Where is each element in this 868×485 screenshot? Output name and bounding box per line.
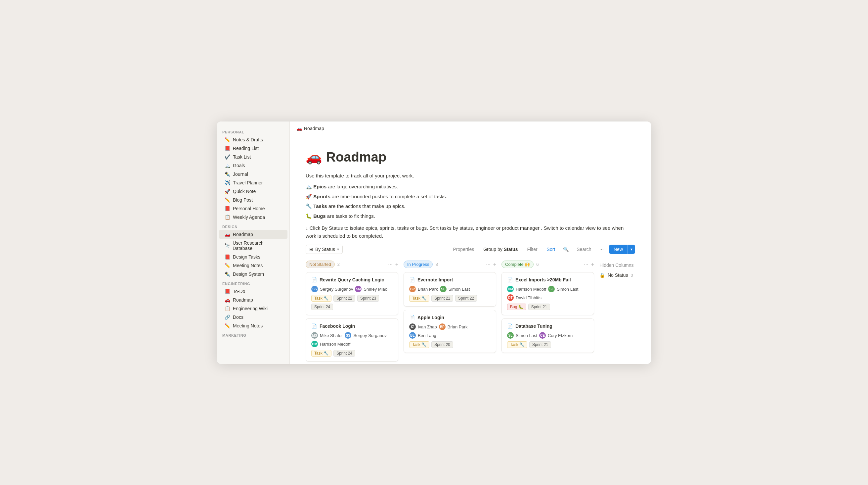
sidebar-item-goals[interactable]: 🏔️Goals — [219, 161, 287, 170]
kanban-card[interactable]: 📄 Excel Imports >20Mb Fail HM Harrison M… — [501, 272, 594, 315]
sidebar-item-user-research-database[interactable]: 🔭User Research Database — [219, 239, 287, 253]
kanban-card[interactable]: 📄 Rewrite Query Caching Logic SS Sergey … — [306, 272, 398, 315]
column-badge-complete: Complete 🙌 — [501, 260, 533, 268]
person-name: Shirley Miao — [364, 287, 388, 292]
more-options-button[interactable]: ··· — [598, 245, 605, 254]
avatar: DT — [507, 294, 514, 301]
sidebar-section-engineering: ENGINEERING — [217, 279, 289, 287]
sidebar-item-label: Quick Note — [233, 189, 256, 194]
column-dots-in-progress[interactable]: ··· — [486, 261, 490, 267]
card-person: BL Ben Lang — [409, 332, 436, 339]
sidebar-item-label: Engineering Wiki — [233, 306, 268, 311]
card-person: BP Brian Park — [409, 286, 438, 292]
sidebar-item-journal[interactable]: ✒️Journal — [219, 170, 287, 178]
sidebar-item-meeting-notes[interactable]: ✏️Meeting Notes — [219, 261, 287, 270]
card-person: SS Sergey Surganov — [311, 286, 353, 292]
person-name: Harrison Medoff — [320, 342, 350, 347]
column-add-in-progress[interactable]: + — [493, 261, 496, 267]
kanban-column-not-started: Not Started 2 ··· + 📄 Rewrite Query Cach… — [306, 260, 398, 364]
sidebar-icon: ✏️ — [224, 197, 230, 203]
card-person: HM Harrison Medoff — [311, 341, 350, 347]
no-status-row: 🔒 No Status 0 — [599, 273, 635, 278]
sidebar-item-label: User Research Database — [232, 240, 282, 251]
card-tag: Task 🔧 — [311, 295, 332, 302]
sidebar-section-personal: PERSONAL — [217, 127, 289, 135]
card-tags: Bug 🐛Sprint 21 — [507, 304, 588, 310]
sidebar-item-roadmap[interactable]: 🚗Roadmap — [219, 230, 287, 239]
kanban-card[interactable]: 📄 Facebook Login MS Mike Shafer SS Serge… — [306, 318, 398, 362]
sidebar-item-blog-post[interactable]: ✏️Blog Post — [219, 196, 287, 204]
no-status-count: 0 — [630, 273, 633, 278]
group-by-button[interactable]: Group by Status — [480, 245, 520, 253]
sidebar-item-roadmap[interactable]: 🚗Roadmap — [219, 296, 287, 304]
kanban-card[interactable]: 📄 Evernote Import BP Brian Park SL Simon… — [404, 272, 496, 307]
person-name: Brian Park — [447, 324, 468, 330]
sidebar-item-label: Weekly Agenda — [233, 215, 265, 220]
search-icon[interactable]: 🔍 — [562, 245, 570, 253]
sidebar-icon: ✏️ — [224, 323, 230, 329]
sort-button[interactable]: Sort — [544, 245, 558, 253]
avatar: SM — [355, 286, 362, 292]
sidebar-item-personal-home[interactable]: 📕Personal Home — [219, 204, 287, 213]
person-name: Ben Lang — [418, 333, 436, 338]
sidebar-item-engineering-wiki[interactable]: 📋Engineering Wiki — [219, 304, 287, 313]
column-add-complete[interactable]: + — [591, 261, 594, 267]
sidebar-item-weekly-agenda[interactable]: 📋Weekly Agenda — [219, 213, 287, 222]
page-title-row: 🚗 Roadmap — [306, 149, 635, 165]
properties-button[interactable]: Properties — [450, 245, 477, 253]
sidebar-item-reading-list[interactable]: 📕Reading List — [219, 144, 287, 153]
view-selector[interactable]: ⊞ By Status ▾ — [306, 245, 343, 254]
sidebar-item-task-list[interactable]: ✔️Task List — [219, 153, 287, 161]
doc-icon: 📄 — [311, 277, 317, 282]
card-avatars: IZ Ivan Zhao BP Brian Park BL Ben Lang — [409, 323, 491, 339]
sidebar-item-notes-&-drafts[interactable]: ✏️Notes & Drafts — [219, 135, 287, 144]
sidebar-icon: ✒️ — [224, 171, 230, 177]
kanban-card[interactable]: 📄 Database Tuning SL Simon Last CE Cory … — [501, 318, 594, 353]
card-tag: Task 🔧 — [311, 350, 332, 356]
sidebar-item-label: Meeting Notes — [233, 263, 262, 268]
view-label: By Status — [315, 247, 335, 252]
person-name: Ivan Zhao — [418, 324, 437, 330]
sidebar-item-label: Personal Home — [233, 206, 265, 211]
column-dots-complete[interactable]: ··· — [584, 261, 588, 267]
sprint-tag: Sprint 22 — [334, 295, 355, 302]
filter-button[interactable]: Filter — [524, 245, 540, 253]
sidebar-item-docs[interactable]: 🔗Docs — [219, 313, 287, 321]
column-add-not-started[interactable]: + — [395, 261, 398, 267]
sidebar-icon: 🚗 — [224, 297, 230, 303]
sidebar-item-design-tasks[interactable]: 📕Design Tasks — [219, 253, 287, 261]
sidebar-item-label: Reading List — [233, 146, 259, 151]
sidebar-item-travel-planner[interactable]: ✈️Travel Planner — [219, 178, 287, 187]
page-icon: 🚗 — [306, 149, 322, 165]
avatar: BP — [439, 323, 445, 330]
sprint-tag: Sprint 21 — [529, 341, 551, 348]
sprint-tag: Sprint 24 — [311, 304, 333, 310]
sidebar-item-meeting-notes[interactable]: ✏️Meeting Notes — [219, 321, 287, 330]
avatar: HM — [311, 341, 318, 347]
sidebar-icon: 🚀 — [224, 189, 230, 194]
search-label[interactable]: Search — [574, 245, 594, 253]
card-avatars: MS Mike Shafer SS Sergey Surganov HM Har… — [311, 332, 393, 347]
column-dots-not-started[interactable]: ··· — [388, 261, 392, 267]
sidebar-item-quick-note[interactable]: 🚀Quick Note — [219, 187, 287, 196]
sidebar-item-label: Notes & Drafts — [233, 137, 263, 142]
sidebar-item-design-system[interactable]: ✒️Design System — [219, 270, 287, 279]
sprint-tag: Sprint 20 — [431, 341, 453, 348]
person-name: David Tibbitts — [516, 295, 541, 300]
card-title: 📄 Apple Login — [409, 315, 491, 320]
card-tag: Task 🔧 — [409, 295, 429, 302]
card-tags: Task 🔧Sprint 21Sprint 22 — [409, 295, 491, 302]
card-title: 📄 Rewrite Query Caching Logic — [311, 277, 393, 282]
kanban-card[interactable]: 📄 Apple Login IZ Ivan Zhao BP Brian Park… — [404, 310, 496, 353]
view-icon: ⊞ — [309, 247, 313, 252]
new-button[interactable]: New ▾ — [609, 245, 635, 254]
sidebar-item-to-do[interactable]: 📕To-Do — [219, 287, 287, 296]
doc-icon: 📄 — [409, 277, 415, 282]
content-area: 🚗 Roadmap Use this template to track all… — [290, 136, 651, 364]
sidebar-item-label: Roadmap — [233, 297, 253, 303]
person-name: Simon Last — [516, 333, 537, 338]
new-button-arrow[interactable]: ▾ — [628, 245, 635, 254]
app-window: PERSONAL✏️Notes & Drafts📕Reading List✔️T… — [217, 121, 651, 364]
doc-icon: 📄 — [311, 323, 317, 329]
sidebar-section-marketing: MARKETING — [217, 330, 289, 339]
